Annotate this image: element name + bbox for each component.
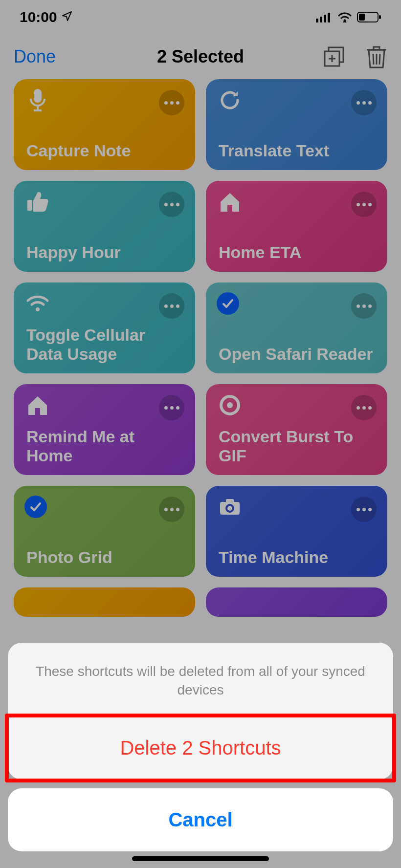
delete-shortcuts-button[interactable]: Delete 2 Shortcuts: [8, 716, 393, 780]
action-sheet-message: These shortcuts will be deleted from all…: [8, 643, 393, 716]
action-sheet-panel: These shortcuts will be deleted from all…: [8, 643, 393, 780]
action-sheet: These shortcuts will be deleted from all…: [8, 643, 393, 851]
home-indicator[interactable]: [132, 856, 269, 861]
cancel-button[interactable]: Cancel: [8, 788, 393, 851]
screen: 10:00 Done 2 Selected: [0, 0, 401, 868]
